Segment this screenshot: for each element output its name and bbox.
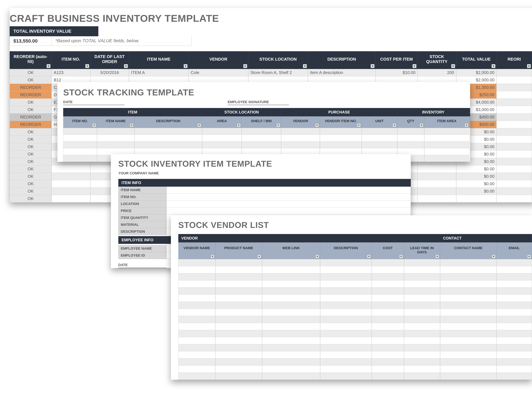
table-row[interactable] [178,288,532,295]
cell[interactable]: $0.00 [456,165,496,173]
cell[interactable] [372,351,404,358]
cell[interactable]: OK [10,136,52,143]
column-header[interactable]: TOTAL VALUE [456,51,496,69]
table-row[interactable] [178,273,532,280]
cell[interactable]: OK [10,180,52,188]
cell[interactable] [202,128,242,135]
cell[interactable] [496,91,532,99]
cell[interactable] [496,373,532,380]
cell[interactable] [178,259,215,266]
filter-dropdown-icon[interactable] [85,64,89,68]
cell[interactable] [215,373,262,380]
filter-dropdown-icon[interactable] [257,255,261,258]
cell[interactable] [418,173,456,180]
cell[interactable] [320,337,372,344]
cell[interactable] [418,195,456,202]
cell[interactable] [496,76,532,84]
column-header[interactable]: VENDOR [189,51,248,69]
column-header[interactable]: DATE OF LAST ORDER [90,51,129,69]
field-input[interactable] [167,187,411,194]
cell[interactable] [215,316,262,323]
field-input[interactable] [167,194,411,200]
column-header[interactable]: VENDOR [281,116,320,128]
table-row[interactable] [178,351,532,358]
cell[interactable] [134,141,202,148]
cell[interactable] [372,288,404,295]
cell[interactable] [424,148,469,155]
cell[interactable] [178,337,215,344]
cell[interactable] [178,295,215,302]
cell[interactable] [362,128,397,135]
cell[interactable] [496,113,532,121]
cell[interactable] [215,344,262,351]
cell[interactable] [397,128,424,135]
cell[interactable] [63,148,97,155]
column-header[interactable]: LEAD TIME IN DAYS [404,243,440,259]
filter-dropdown-icon[interactable] [237,123,240,127]
cell[interactable] [52,173,90,180]
cell[interactable] [178,351,215,358]
cell[interactable] [281,135,320,141]
cell[interactable] [496,288,532,295]
cell[interactable] [496,188,532,195]
cell[interactable] [496,106,532,113]
table-row[interactable] [178,295,532,302]
column-header[interactable]: ITEM NAME [129,51,189,69]
column-header[interactable]: STOCK QUANTITY [418,51,456,69]
cell[interactable] [496,323,532,330]
cell[interactable] [440,344,496,351]
cell[interactable] [404,373,440,380]
column-header[interactable]: DESCRIPTION [320,243,372,259]
cell[interactable] [404,259,440,266]
cell[interactable] [372,309,404,316]
column-header[interactable]: ITEM NO. [63,116,97,128]
cell[interactable] [215,365,262,373]
cell[interactable] [404,280,440,288]
filter-dropdown-icon[interactable] [492,255,495,258]
cell[interactable]: ITEM A [129,69,189,76]
cell[interactable]: REORDER [10,91,52,99]
cell[interactable]: $0.00 [456,173,496,180]
cell[interactable] [418,165,456,173]
cell[interactable] [404,365,440,373]
cell[interactable] [178,316,215,323]
cell[interactable] [320,259,372,266]
cell[interactable] [97,141,134,148]
cell[interactable] [496,173,532,180]
field-input[interactable] [167,207,411,214]
filter-dropdown-icon[interactable] [465,123,468,127]
table-row[interactable] [178,373,532,380]
filter-dropdown-icon[interactable] [399,255,403,258]
cell[interactable]: Item A description [308,69,376,76]
cell[interactable] [404,295,440,302]
cell[interactable] [496,165,532,173]
cell[interactable] [63,155,97,162]
cell[interactable] [456,195,496,202]
cell[interactable] [440,288,496,295]
cell[interactable] [496,280,532,288]
cell[interactable] [320,344,372,351]
cell[interactable] [134,135,202,141]
cell[interactable] [424,141,469,148]
table-row[interactable] [178,323,532,330]
cell[interactable] [496,121,532,128]
cell[interactable] [242,135,281,141]
cell[interactable] [496,316,532,323]
cell[interactable] [440,365,496,373]
cell[interactable] [178,330,215,337]
cell[interactable] [320,273,372,280]
cell[interactable] [215,323,262,330]
cell[interactable] [372,323,404,330]
cell[interactable] [320,302,372,309]
cell[interactable] [404,273,440,280]
cell[interactable]: Store Room A, Shelf 2 [248,69,308,76]
cell[interactable] [440,266,496,273]
filter-dropdown-icon[interactable] [243,64,247,68]
filter-dropdown-icon[interactable] [357,123,361,127]
table-row[interactable] [178,337,532,344]
filter-dropdown-icon[interactable] [315,123,319,127]
column-header[interactable]: DESCRIPTION [134,116,202,128]
column-header[interactable]: REORI [496,51,532,69]
column-header[interactable]: AREA [202,116,242,128]
filter-dropdown-icon[interactable] [371,64,374,68]
